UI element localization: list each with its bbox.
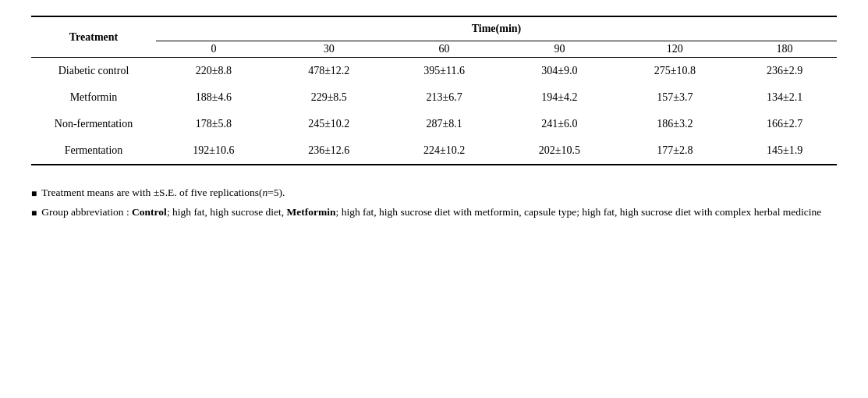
time-group-header: Time(min) <box>156 16 837 41</box>
data-cell: 186±3.2 <box>617 111 732 137</box>
footnote-text-2: Group abbreviation : Control; high fat, … <box>41 204 837 222</box>
data-cell: 478±12.2 <box>271 58 387 85</box>
data-cell: 157±3.7 <box>617 84 732 111</box>
time-120: 120 <box>617 41 732 58</box>
table-row: Metformin188±4.6229±8.5213±6.7194±4.2157… <box>31 84 837 111</box>
footnote-text-1: Treatment means are with ±S.E. of five r… <box>41 184 837 202</box>
time-90: 90 <box>502 41 618 58</box>
data-cell: 236±2.9 <box>732 58 837 85</box>
treatment-header: Treatment <box>31 16 156 58</box>
footnote-bold-control: Control <box>132 206 167 218</box>
data-cell: 304±9.0 <box>502 58 618 85</box>
treatment-cell: Fermentation <box>31 137 156 165</box>
footnote-section: ■ Treatment means are with ±S.E. of five… <box>31 179 837 228</box>
data-cell: 275±10.8 <box>617 58 732 85</box>
footnote-italic-n: n <box>262 187 267 198</box>
data-table: Treatment Time(min) 0 30 60 90 120 180 D… <box>31 16 837 165</box>
data-cell: 236±12.6 <box>271 137 387 165</box>
time-180: 180 <box>732 41 837 58</box>
data-cell: 395±11.6 <box>387 58 502 85</box>
data-cell: 145±1.9 <box>732 137 837 165</box>
data-cell: 177±2.8 <box>617 137 732 165</box>
footnote-2: ■ Group abbreviation : Control; high fat… <box>31 204 837 222</box>
data-cell: 166±2.7 <box>732 111 837 137</box>
data-cell: 245±10.2 <box>271 111 387 137</box>
main-table-container: Treatment Time(min) 0 30 60 90 120 180 D… <box>31 16 837 165</box>
table-row: Non-fermentation178±5.8245±10.2287±8.124… <box>31 111 837 137</box>
footnote-bold-metformin: Metformin <box>287 206 336 218</box>
table-row: Fermentation192±10.6236±12.6224±10.2202±… <box>31 137 837 165</box>
footnote-bullet-2: ■ <box>31 205 37 221</box>
data-cell: 188±4.6 <box>156 84 271 111</box>
data-cell: 220±8.8 <box>156 58 271 85</box>
table-row: Diabetic control220±8.8478±12.2395±11.63… <box>31 58 837 85</box>
footnote-bullet-1: ■ <box>31 186 37 201</box>
treatment-cell: Non-fermentation <box>31 111 156 137</box>
data-cell: 224±10.2 <box>387 137 502 165</box>
data-cell: 134±2.1 <box>732 84 837 111</box>
data-cell: 178±5.8 <box>156 111 271 137</box>
data-cell: 213±6.7 <box>387 84 502 111</box>
header-row-1: Treatment Time(min) <box>31 16 837 41</box>
time-60: 60 <box>387 41 502 58</box>
time-0: 0 <box>156 41 271 58</box>
data-cell: 194±4.2 <box>502 84 618 111</box>
treatment-cell: Metformin <box>31 84 156 111</box>
data-cell: 287±8.1 <box>387 111 502 137</box>
data-cell: 229±8.5 <box>271 84 387 111</box>
data-cell: 202±10.5 <box>502 137 618 165</box>
time-30: 30 <box>271 41 387 58</box>
footnote-1: ■ Treatment means are with ±S.E. of five… <box>31 184 837 202</box>
data-cell: 192±10.6 <box>156 137 271 165</box>
treatment-cell: Diabetic control <box>31 58 156 85</box>
data-cell: 241±6.0 <box>502 111 618 137</box>
